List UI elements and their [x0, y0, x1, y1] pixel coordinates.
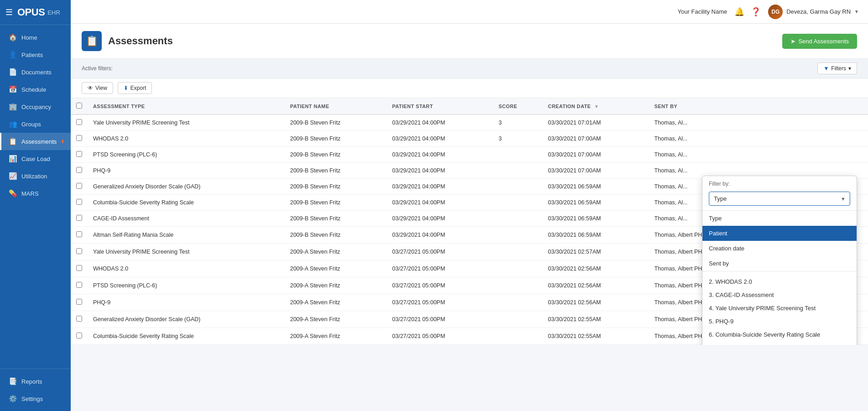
sidebar-item-label-occupancy: Occupancy [21, 104, 51, 110]
sidebar-item-home[interactable]: 🏠 Home [0, 29, 71, 46]
user-dropdown-icon: ▼ [854, 9, 859, 14]
filter-type-select[interactable]: Type Patient Creation date Sent by [709, 192, 850, 206]
sidebar-item-caseload[interactable]: 📊 Case Load [0, 150, 71, 167]
row-checkbox-2[interactable] [76, 151, 82, 157]
col-assessment-type-label: Assessment Type [93, 104, 145, 109]
row-patient-name: 2009-B Steven Fritz [285, 211, 387, 227]
row-assessment-type: Altman Self-Rating Mania Scale [88, 227, 285, 244]
export-button[interactable]: ⬇ Export [118, 82, 152, 94]
col-patient-name-label: Patient Name [290, 104, 329, 109]
row-creation-date: 03/30/2021 06:59AM [542, 195, 649, 211]
select-all-checkbox[interactable] [76, 103, 82, 109]
row-checkbox-cell [71, 227, 88, 244]
numbered-item-6[interactable]: 7. Altman Self-Rating Mania Scale [702, 341, 857, 345]
row-checkbox-11[interactable] [76, 299, 82, 305]
page-header: 📋 Assessments ➤ Send Assessments [71, 24, 868, 59]
row-assessment-type: Generalized Anxiety Disorder Scale (GAD) [88, 179, 285, 195]
row-checkbox-4[interactable] [76, 183, 82, 189]
row-patient-name: 2009-B Steven Fritz [285, 227, 387, 244]
sidebar-item-patients[interactable]: 👤 Patients [0, 46, 71, 63]
row-score [493, 277, 542, 294]
numbered-item-1[interactable]: 2. WHODAS 2.0 [702, 275, 857, 288]
sidebar-item-occupancy[interactable]: 🏢 Occupancy [0, 98, 71, 115]
row-patient-start: 03/27/2021 05:00PM [387, 328, 493, 345]
row-checkbox-1[interactable] [76, 135, 82, 141]
row-checkbox-3[interactable] [76, 167, 82, 173]
sidebar-item-reports[interactable]: 📑 Reports [0, 373, 71, 390]
filter-option-creation-item[interactable]: Creation date [702, 241, 857, 256]
sidebar-item-schedule[interactable]: 📅 Schedule [0, 81, 71, 98]
row-checkbox-9[interactable] [76, 265, 82, 271]
numbered-item-3[interactable]: 4. Yale University PRIME Screening Test [702, 302, 857, 315]
row-checkbox-10[interactable] [76, 282, 82, 288]
sidebar-item-assessments[interactable]: 📋 Assessments [0, 133, 71, 150]
col-creation-date[interactable]: Creation Date ▼ [542, 98, 649, 114]
row-score: 3 [493, 114, 542, 131]
row-assessment-type: WHODAS 2.0 [88, 131, 285, 147]
col-assessment-type: Assessment Type [88, 98, 285, 114]
row-checkbox-cell [71, 260, 88, 277]
notification-icon[interactable]: 🔔 [734, 7, 744, 17]
row-checkbox-7[interactable] [76, 231, 82, 237]
sidebar-item-settings[interactable]: ⚙️ Settings [0, 390, 71, 407]
col-sent-by: Sent By [649, 98, 754, 114]
row-patient-start: 03/27/2021 05:00PM [387, 277, 493, 294]
main-content: Your Facility Name 🔔 ❓ DG Deveza, Garma … [71, 0, 868, 411]
sidebar-item-documents[interactable]: 📄 Documents [0, 63, 71, 81]
sidebar-item-label-documents: Documents [21, 69, 52, 76]
filter-option-type-item[interactable]: Type [702, 211, 857, 226]
row-patient-start: 03/29/2021 04:00PM [387, 114, 493, 131]
send-assessments-button[interactable]: ➤ Send Assessments [782, 34, 857, 49]
row-score [493, 163, 542, 179]
help-icon[interactable]: ❓ [751, 7, 761, 17]
row-checkbox-8[interactable] [76, 248, 82, 254]
row-checkbox-cell [71, 311, 88, 328]
sidebar-item-utilization[interactable]: 📈 Utilization [0, 167, 71, 185]
sidebar-item-label-schedule: Schedule [21, 86, 46, 93]
filter-by-label: Filter by: [702, 176, 857, 189]
view-icon: 👁 [88, 85, 93, 91]
row-assessment-type: Columbia-Suicide Severity Rating Scale [88, 195, 285, 211]
topbar-user[interactable]: DG Deveza, Garma Gay RN ▼ [768, 5, 859, 19]
col-creation-date-label: Creation Date [548, 104, 591, 109]
hamburger-menu[interactable]: ☰ [5, 7, 13, 17]
table-row: Yale University PRIME Screening Test 200… [71, 114, 868, 131]
row-checkbox-13[interactable] [76, 333, 82, 338]
row-checkbox-6[interactable] [76, 215, 82, 221]
sidebar-item-mars[interactable]: 💊 MARS [0, 185, 71, 202]
row-creation-date: 03/30/2021 07:00AM [542, 147, 649, 163]
row-creation-date: 03/30/2021 02:56AM [542, 277, 649, 294]
numbered-item-4[interactable]: 5. PHQ-9 [702, 315, 857, 328]
filter-option-sentby-item[interactable]: Sent by [702, 256, 857, 271]
row-patient-start: 03/29/2021 04:00PM [387, 195, 493, 211]
row-actions [754, 114, 868, 131]
view-button[interactable]: 👁 View [82, 82, 113, 94]
table-row: PTSD Screening (PLC-6) 2009-B Steven Fri… [71, 147, 868, 163]
row-patient-name: 2009-B Steven Fritz [285, 147, 387, 163]
filters-button[interactable]: ▼ Filters ▾ [817, 62, 857, 74]
row-patient-name: 2009-B Steven Fritz [285, 114, 387, 131]
row-creation-date: 03/30/2021 02:56AM [542, 294, 649, 311]
sidebar-item-label-utilization: Utilization [21, 173, 47, 180]
topbar-icons: 🔔 ❓ [734, 7, 761, 17]
row-checkbox-5[interactable] [76, 199, 82, 205]
row-checkbox-0[interactable] [76, 119, 82, 125]
row-assessment-type: PHQ-9 [88, 294, 285, 311]
row-assessment-type: PHQ-9 [88, 163, 285, 179]
row-checkbox-cell [71, 328, 88, 345]
toolbar: 👁 View ⬇ Export [71, 78, 868, 98]
sidebar-item-label-groups: Groups [21, 121, 41, 128]
filter-option-patient-item[interactable]: Patient [702, 226, 857, 241]
row-checkbox-12[interactable] [76, 316, 82, 322]
row-patient-name: 2009-A Steven Fritz [285, 244, 387, 260]
row-checkbox-cell [71, 244, 88, 260]
col-patient-start-label: Patient Start [392, 104, 433, 109]
caseload-icon: 📊 [9, 155, 17, 163]
mars-icon: 💊 [9, 189, 17, 198]
numbered-list: 2. WHODAS 2.0 3. CAGE-ID Assessment 4. Y… [702, 271, 857, 345]
row-score [493, 147, 542, 163]
row-score [493, 311, 542, 328]
numbered-item-2[interactable]: 3. CAGE-ID Assessment [702, 288, 857, 302]
sidebar-item-groups[interactable]: 👥 Groups [0, 115, 71, 133]
numbered-item-5[interactable]: 6. Columbia-Suicide Severity Rating Scal… [702, 328, 857, 341]
